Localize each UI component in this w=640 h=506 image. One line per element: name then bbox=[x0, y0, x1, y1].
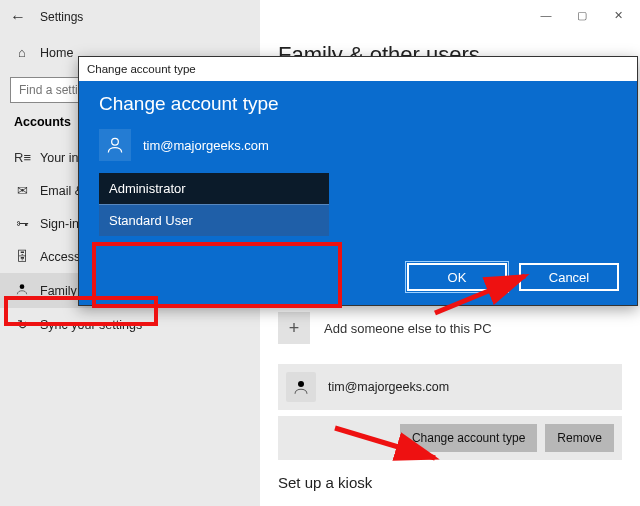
svg-point-0 bbox=[20, 284, 25, 289]
option-standard-user[interactable]: Standard User bbox=[99, 204, 329, 236]
sidebar-item-label: Home bbox=[40, 46, 73, 60]
sync-icon: ↻ bbox=[14, 317, 30, 332]
svg-point-2 bbox=[112, 138, 119, 145]
account-type-dropdown[interactable]: Administrator Standard User bbox=[99, 173, 329, 236]
sidebar-item-sync[interactable]: ↻ Sync your settings bbox=[0, 308, 260, 341]
window-title: Settings bbox=[40, 10, 83, 24]
change-account-type-button[interactable]: Change account type bbox=[400, 424, 537, 452]
maximize-button[interactable]: ▢ bbox=[564, 4, 600, 26]
add-user-label: Add someone else to this PC bbox=[324, 321, 492, 336]
user-email: tim@majorgeeks.com bbox=[328, 380, 449, 394]
cancel-button[interactable]: Cancel bbox=[519, 263, 619, 291]
dialog-titlebar: Change account type bbox=[79, 57, 637, 81]
remove-user-button[interactable]: Remove bbox=[545, 424, 614, 452]
svg-point-1 bbox=[298, 381, 304, 387]
user-card-icon: R≡ bbox=[14, 150, 30, 165]
plus-icon: + bbox=[278, 312, 310, 344]
home-icon: ⌂ bbox=[14, 45, 30, 60]
key-icon: 🗝 bbox=[14, 216, 30, 231]
change-account-type-dialog: Change account type Change account type … bbox=[78, 56, 638, 306]
person-icon bbox=[286, 372, 316, 402]
dialog-user-email: tim@majorgeeks.com bbox=[143, 138, 269, 153]
people-icon bbox=[14, 282, 30, 299]
minimize-button[interactable]: — bbox=[528, 4, 564, 26]
ok-button[interactable]: OK bbox=[407, 263, 507, 291]
person-icon bbox=[99, 129, 131, 161]
mail-icon: ✉ bbox=[14, 183, 30, 198]
kiosk-heading: Set up a kiosk bbox=[278, 474, 622, 491]
sidebar-item-label: Sync your settings bbox=[40, 318, 142, 332]
option-administrator[interactable]: Administrator bbox=[99, 173, 329, 204]
back-button[interactable]: ← bbox=[10, 8, 26, 26]
briefcase-icon: 🗄 bbox=[14, 249, 30, 264]
user-row[interactable]: tim@majorgeeks.com bbox=[278, 364, 622, 410]
add-user-button[interactable]: + Add someone else to this PC bbox=[278, 310, 622, 346]
close-button[interactable]: ✕ bbox=[600, 4, 636, 26]
dialog-heading: Change account type bbox=[99, 93, 617, 115]
